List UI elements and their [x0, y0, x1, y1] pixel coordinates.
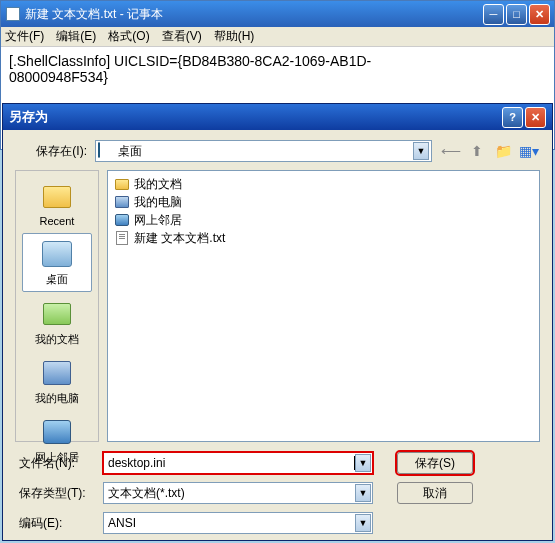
filetype-label: 保存类型(T): — [15, 485, 103, 502]
documents-icon — [41, 298, 73, 330]
folder-icon — [114, 176, 130, 192]
list-item[interactable]: 网上邻居 — [112, 211, 535, 229]
save-button[interactable]: 保存(S) — [397, 452, 473, 474]
places-label: 我的电脑 — [35, 391, 79, 406]
maximize-button[interactable]: □ — [506, 4, 527, 25]
chevron-down-icon[interactable]: ▼ — [413, 142, 429, 160]
dialog-close-button[interactable]: ✕ — [525, 107, 546, 128]
encoding-value: ANSI — [108, 516, 355, 530]
network-icon — [114, 212, 130, 228]
encoding-label: 编码(E): — [15, 515, 103, 532]
list-item[interactable]: 我的文档 — [112, 175, 535, 193]
dialog-title: 另存为 — [9, 108, 502, 126]
menu-help[interactable]: 帮助(H) — [214, 28, 255, 45]
chevron-down-icon[interactable]: ▼ — [355, 514, 371, 532]
up-folder-icon[interactable]: ⬆ — [466, 140, 488, 162]
computer-icon — [114, 194, 130, 210]
places-label: Recent — [40, 215, 75, 227]
file-name: 新建 文本文档.txt — [134, 230, 225, 247]
notepad-menubar: 文件(F) 编辑(E) 格式(O) 查看(V) 帮助(H) — [1, 27, 554, 47]
menu-view[interactable]: 查看(V) — [162, 28, 202, 45]
file-name: 我的电脑 — [134, 194, 182, 211]
dialog-titlebar[interactable]: 另存为 ? ✕ — [3, 104, 552, 130]
view-menu-icon[interactable]: ▦▾ — [518, 140, 540, 162]
content-line: [.ShellClassInfo] UICLSID={BD84B380-8CA2… — [9, 53, 546, 69]
minimize-button[interactable]: ─ — [483, 4, 504, 25]
list-item[interactable]: 新建 文本文档.txt — [112, 229, 535, 247]
notepad-title: 新建 文本文档.txt - 记事本 — [25, 6, 483, 23]
filename-label: 文件名(N): — [15, 455, 103, 472]
list-item[interactable]: 我的电脑 — [112, 193, 535, 211]
recent-icon — [41, 181, 73, 213]
save-in-dropdown[interactable]: 桌面 ▼ — [95, 140, 432, 162]
encoding-dropdown[interactable]: ANSI ▼ — [103, 512, 373, 534]
back-icon[interactable]: ⟵ — [440, 140, 462, 162]
chevron-down-icon[interactable]: ▼ — [355, 454, 371, 472]
places-my-documents[interactable]: 我的文档 — [22, 294, 92, 351]
txt-file-icon — [114, 230, 130, 246]
close-button[interactable]: ✕ — [529, 4, 550, 25]
file-list[interactable]: 我的文档 我的电脑 网上邻居 新建 文本文档.txt — [107, 170, 540, 442]
places-my-computer[interactable]: 我的电脑 — [22, 353, 92, 410]
menu-edit[interactable]: 编辑(E) — [56, 28, 96, 45]
desktop-icon — [41, 238, 73, 270]
filetype-value: 文本文档(*.txt) — [108, 485, 355, 502]
help-button[interactable]: ? — [502, 107, 523, 128]
file-name: 我的文档 — [134, 176, 182, 193]
save-in-value: 桌面 — [118, 143, 413, 160]
save-in-label: 保存在(I): — [15, 143, 95, 160]
new-folder-icon[interactable]: 📁 — [492, 140, 514, 162]
chevron-down-icon[interactable]: ▼ — [355, 484, 371, 502]
places-label: 桌面 — [46, 272, 68, 287]
computer-icon — [41, 357, 73, 389]
places-recent[interactable]: Recent — [22, 177, 92, 231]
places-bar: Recent 桌面 我的文档 我的电脑 网上邻居 — [15, 170, 99, 442]
places-desktop[interactable]: 桌面 — [22, 233, 92, 292]
filename-value: desktop.ini — [108, 456, 355, 470]
filetype-dropdown[interactable]: 文本文档(*.txt) ▼ — [103, 482, 373, 504]
notepad-icon — [5, 6, 21, 22]
filename-input[interactable]: desktop.ini ▼ — [103, 452, 373, 474]
notepad-textarea[interactable]: [.ShellClassInfo] UICLSID={BD84B380-8CA2… — [1, 47, 554, 91]
content-line: 08000948F534} — [9, 69, 546, 85]
notepad-titlebar[interactable]: 新建 文本文档.txt - 记事本 ─ □ ✕ — [1, 1, 554, 27]
save-as-dialog: 另存为 ? ✕ 保存在(I): 桌面 ▼ ⟵ ⬆ 📁 ▦▾ — [2, 103, 553, 541]
cancel-button[interactable]: 取消 — [397, 482, 473, 504]
network-icon — [41, 416, 73, 448]
file-name: 网上邻居 — [134, 212, 182, 229]
menu-file[interactable]: 文件(F) — [5, 28, 44, 45]
menu-format[interactable]: 格式(O) — [108, 28, 149, 45]
desktop-icon — [98, 143, 114, 159]
places-label: 我的文档 — [35, 332, 79, 347]
